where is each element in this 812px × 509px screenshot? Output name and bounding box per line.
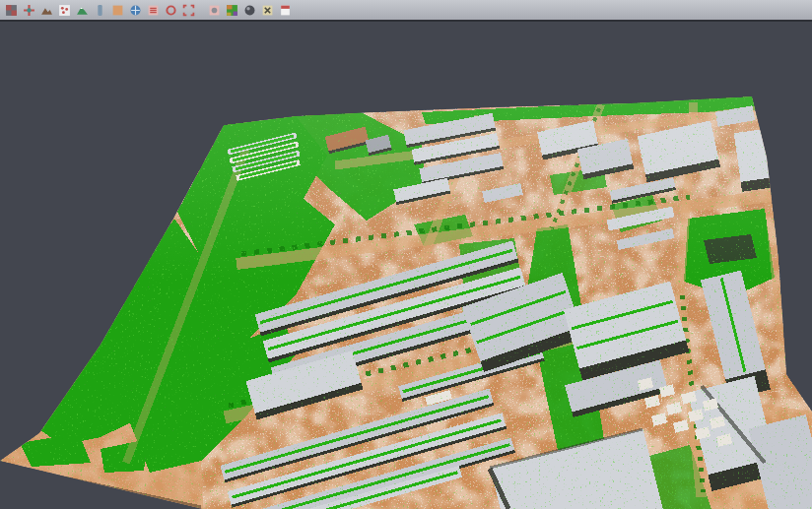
globe-icon[interactable]: [128, 3, 143, 18]
circle-select-icon[interactable]: [164, 3, 178, 18]
section-icon[interactable]: [93, 3, 107, 18]
terrain-hill-icon[interactable]: [75, 3, 90, 18]
report-icon[interactable]: [278, 3, 293, 18]
dark-sphere-icon[interactable]: [242, 3, 257, 18]
mask-icon[interactable]: [207, 3, 222, 18]
clear-icon[interactable]: [260, 3, 275, 18]
point-cloud-icon[interactable]: [57, 3, 72, 18]
viewport-3d[interactable]: [0, 24, 812, 509]
terrain-model: [0, 89, 812, 509]
registration-icon[interactable]: [22, 3, 36, 18]
rect-select-icon[interactable]: [181, 3, 196, 18]
classification-icon[interactable]: [225, 3, 239, 18]
profile-icon[interactable]: [146, 3, 161, 18]
scene-canvas: [0, 24, 812, 509]
dem-tile-icon[interactable]: [4, 3, 19, 18]
dsm-icon[interactable]: [110, 3, 125, 18]
application-window: [0, 0, 812, 509]
distance-haze: [0, 96, 812, 509]
toolbar: [0, 0, 812, 22]
tin-mound-icon[interactable]: [39, 3, 54, 18]
